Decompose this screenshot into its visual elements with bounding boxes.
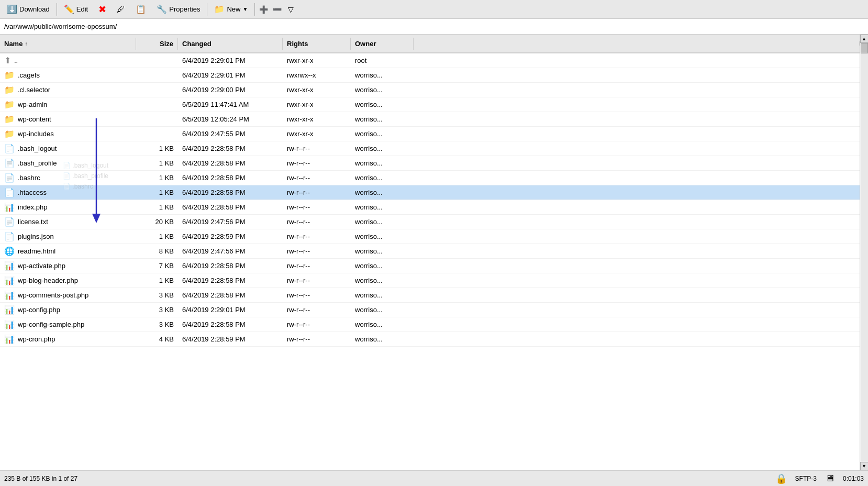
file-name: .. [14,57,18,64]
php-icon: 📊 [4,334,15,344]
table-row[interactable]: 🌐 readme.html 8 KB 6/4/2019 2:47:56 PM r… [0,244,860,259]
folder-icon: 📁 [4,100,15,109]
properties-button[interactable]: 🔧 Properties [152,2,205,16]
folder-icon: 📁 [4,129,15,139]
cell-rights: rw-r--r-- [283,334,351,344]
download-button[interactable]: ⬇️ Download [2,2,54,16]
cell-rights: rwxr-xr-x [283,100,351,109]
col-header-size[interactable]: Size [136,38,178,50]
scroll-track[interactable] [861,43,868,462]
cell-rights: rw-r--r-- [283,261,351,271]
table-row[interactable]: 📄 license.txt 20 KB 6/4/2019 2:47:56 PM … [0,215,860,229]
move-button[interactable]: 📋 [131,2,151,16]
cell-changed: 6/4/2019 2:28:59 PM [178,334,283,344]
cell-changed: 6/4/2019 2:28:58 PM [178,275,283,285]
separator-1 [57,3,57,16]
cell-name: ⬆ .. [0,54,136,67]
table-row[interactable]: 📊 wp-config-sample.php 3 KB 6/4/2019 2:2… [0,317,860,332]
column-headers: Name ↑ Size Changed Rights Owner [0,35,860,53]
col-header-owner[interactable]: Owner [351,38,414,50]
table-row[interactable]: 📊 wp-activate.php 7 KB 6/4/2019 2:28:58 … [0,259,860,273]
sort-arrow: ↑ [25,41,27,47]
col-header-name[interactable]: Name ↑ [0,38,136,50]
path-bar: /var/www/public/worrisome-opossum/ [0,19,868,35]
table-row[interactable]: 📄 .bashrc 1 KB 6/4/2019 2:28:58 PM rw-r-… [0,171,860,185]
table-row[interactable]: 📁 .cl.selector 6/4/2019 2:29:00 PM rwxr-… [0,83,860,97]
download-icon: ⬇️ [7,4,17,14]
edit-label: Edit [76,5,88,13]
scroll-thumb[interactable] [861,43,868,53]
download-label: Download [19,5,50,13]
cell-name: 📁 wp-admin [0,98,136,111]
status-info: 235 B of 155 KB in 1 of 27 [4,475,77,482]
table-row[interactable]: 📊 wp-blog-header.php 1 KB 6/4/2019 2:28:… [0,273,860,288]
table-row[interactable]: 📊 index.php 1 KB 6/4/2019 2:28:58 PM rw-… [0,200,860,215]
file-icon: 📄 [4,143,15,153]
php-icon: 📊 [4,305,15,315]
minus-button[interactable]: ➖ [271,3,283,16]
cell-size: 7 KB [136,261,178,271]
add-button[interactable]: ➕ [257,3,270,16]
filter-button[interactable]: ▽ [284,3,297,16]
table-row[interactable]: 📊 wp-config.php 3 KB 6/4/2019 2:29:01 PM… [0,303,860,317]
table-row[interactable]: 📄 plugins.json 1 KB 6/4/2019 2:28:59 PM … [0,229,860,244]
file-icon: 📄 [4,173,15,183]
cell-changed: 6/4/2019 2:28:58 PM [178,202,283,212]
edit-button[interactable]: ✏️ Edit [59,2,93,16]
table-row[interactable]: 📁 .cagefs 6/4/2019 2:29:01 PM rwxrwx--x … [0,68,860,83]
cell-rights: rw-r--r-- [283,290,351,300]
file-name: .bash_profile [18,159,57,167]
scrollbar[interactable]: ▲ ▼ [860,35,868,470]
delete-button[interactable]: ✖ [94,2,111,17]
table-row[interactable]: 📊 wp-comments-post.php 3 KB 6/4/2019 2:2… [0,288,860,303]
table-row[interactable]: 📄 .bash_profile 1 KB 6/4/2019 2:28:58 PM… [0,156,860,171]
scroll-up-button[interactable]: ▲ [860,35,869,43]
col-header-rights[interactable]: Rights [283,38,351,50]
cell-name: 📁 .cl.selector [0,84,136,96]
main-content: Name ↑ Size Changed Rights Owner ⬆ .. [0,35,868,470]
rename-button[interactable]: 🖊 [112,3,130,16]
cell-size [136,74,178,76]
cell-rights: rw-r--r-- [283,173,351,183]
cell-changed: 6/4/2019 2:47:56 PM [178,246,283,256]
cell-changed: 6/4/2019 2:29:00 PM [178,85,283,95]
file-name: index.php [18,203,47,211]
table-row[interactable]: 📁 wp-includes 6/4/2019 2:47:55 PM rwxr-x… [0,127,860,141]
cell-owner: worriso... [351,246,414,256]
cell-name: 📄 license.txt [0,216,136,228]
new-button[interactable]: 📁 New ▼ [209,2,252,16]
status-bar: 235 B of 155 KB in 1 of 27 🔒 SFTP-3 🖥 0:… [0,470,868,486]
scroll-down-button[interactable]: ▼ [860,462,869,470]
table-row[interactable]: ⬆ .. 6/4/2019 2:29:01 PM rwxr-xr-x root [0,53,860,68]
table-row[interactable]: 📁 wp-content 6/5/2019 12:05:24 PM rwxr-x… [0,112,860,127]
file-name: plugins.json [18,233,54,240]
status-protocol: SFTP-3 [795,475,817,482]
folder-icon: 📁 [4,70,15,80]
file-name: wp-comments-post.php [18,291,88,299]
cell-owner: worriso... [351,70,414,80]
php-icon: 📊 [4,319,15,329]
cell-rights: rw-r--r-- [283,217,351,227]
cell-rights: rw-r--r-- [283,143,351,153]
cell-name: 📊 wp-blog-header.php [0,274,136,286]
toolbar: ⬇️ Download ✏️ Edit ✖ 🖊 📋 🔧 Properties 📁… [0,0,868,19]
html-icon: 🌐 [4,246,15,256]
cell-changed: 6/4/2019 2:28:58 PM [178,143,283,153]
file-name: .htaccess [18,189,47,196]
cell-size: 1 KB [136,275,178,285]
col-header-changed[interactable]: Changed [178,38,283,50]
cell-owner: worriso... [351,202,414,212]
table-row[interactable]: 📄 .htaccess 1 KB 6/4/2019 2:28:58 PM rw-… [0,185,860,200]
cell-rights: rw-r--r-- [283,246,351,256]
cell-rights: rwxr-xr-x [283,56,351,65]
cell-size: 1 KB [136,202,178,212]
cell-changed: 6/4/2019 2:47:56 PM [178,217,283,227]
table-row[interactable]: 📄 .bash_logout 1 KB 6/4/2019 2:28:58 PM … [0,141,860,156]
cell-size [136,60,178,62]
table-row[interactable]: 📁 wp-admin 6/5/2019 11:47:41 AM rwxr-xr-… [0,97,860,112]
delete-icon: ✖ [98,4,106,15]
file-name: wp-config.php [18,306,60,314]
cell-owner: worriso... [351,334,414,344]
table-row[interactable]: 📊 wp-cron.php 4 KB 6/4/2019 2:28:59 PM r… [0,332,860,347]
cell-changed: 6/5/2019 11:47:41 AM [178,100,283,109]
